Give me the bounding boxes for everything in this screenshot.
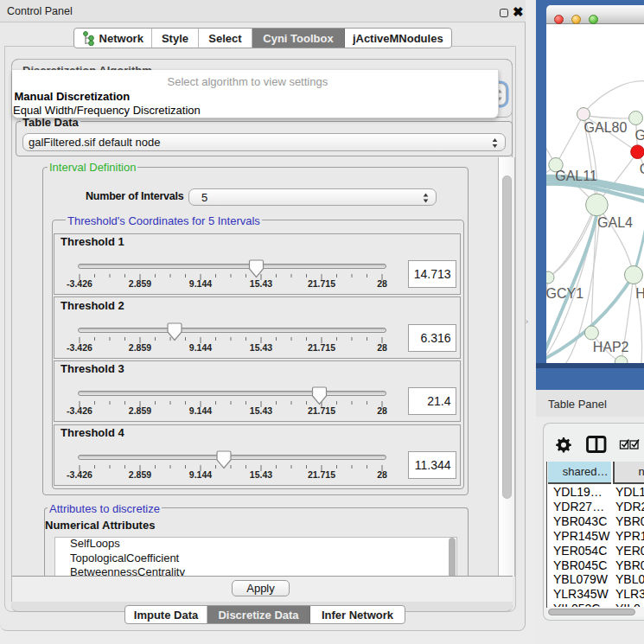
svg-text:GAL4: GAL4 [597,215,633,230]
svg-text:HAP2: HAP2 [593,340,629,354]
svg-text:GAL80: GAL80 [584,120,628,135]
svg-text:C: C [640,162,644,176]
svg-text:GCY1: GCY1 [546,286,583,301]
svg-text:G.: G. [634,128,644,143]
svg-text:H: H [635,286,644,301]
svg-text:GAL11: GAL11 [555,169,597,183]
